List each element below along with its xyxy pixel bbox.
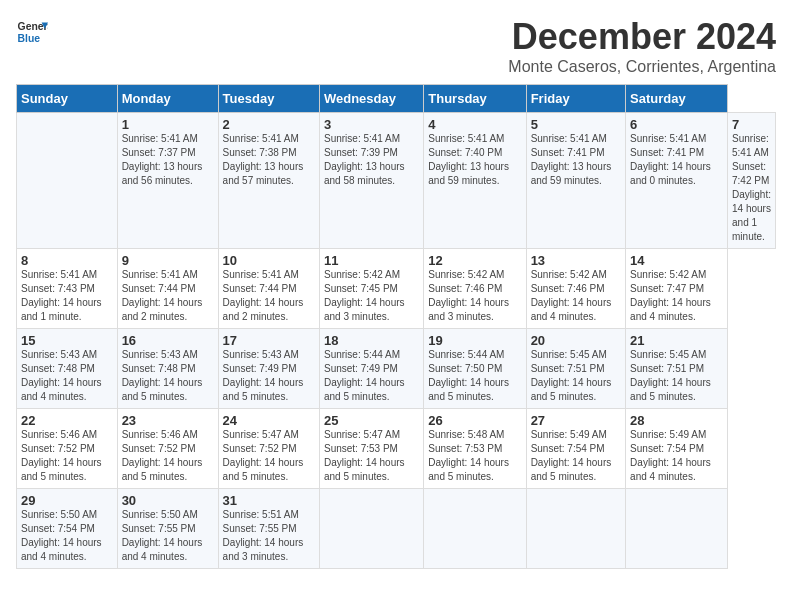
- day-info: Sunrise: 5:49 AM Sunset: 7:54 PM Dayligh…: [531, 428, 621, 484]
- day-info: Sunrise: 5:41 AM Sunset: 7:40 PM Dayligh…: [428, 132, 521, 188]
- day-number: 27: [531, 413, 621, 428]
- day-cell: 27Sunrise: 5:49 AM Sunset: 7:54 PM Dayli…: [526, 409, 625, 489]
- day-cell: 26Sunrise: 5:48 AM Sunset: 7:53 PM Dayli…: [424, 409, 526, 489]
- day-cell: 10Sunrise: 5:41 AM Sunset: 7:44 PM Dayli…: [218, 249, 319, 329]
- day-cell: 11Sunrise: 5:42 AM Sunset: 7:45 PM Dayli…: [319, 249, 423, 329]
- day-cell: [626, 489, 728, 569]
- day-info: Sunrise: 5:42 AM Sunset: 7:47 PM Dayligh…: [630, 268, 723, 324]
- day-cell: 4Sunrise: 5:41 AM Sunset: 7:40 PM Daylig…: [424, 113, 526, 249]
- day-number: 5: [531, 117, 621, 132]
- day-number: 6: [630, 117, 723, 132]
- day-info: Sunrise: 5:49 AM Sunset: 7:54 PM Dayligh…: [630, 428, 723, 484]
- day-number: 26: [428, 413, 521, 428]
- day-info: Sunrise: 5:42 AM Sunset: 7:45 PM Dayligh…: [324, 268, 419, 324]
- day-cell: 9Sunrise: 5:41 AM Sunset: 7:44 PM Daylig…: [117, 249, 218, 329]
- day-cell: 30Sunrise: 5:50 AM Sunset: 7:55 PM Dayli…: [117, 489, 218, 569]
- day-cell: 3Sunrise: 5:41 AM Sunset: 7:39 PM Daylig…: [319, 113, 423, 249]
- location-subtitle: Monte Caseros, Corrientes, Argentina: [508, 58, 776, 76]
- day-info: Sunrise: 5:42 AM Sunset: 7:46 PM Dayligh…: [428, 268, 521, 324]
- day-cell: 22Sunrise: 5:46 AM Sunset: 7:52 PM Dayli…: [17, 409, 118, 489]
- day-number: 16: [122, 333, 214, 348]
- day-number: 14: [630, 253, 723, 268]
- day-info: Sunrise: 5:47 AM Sunset: 7:52 PM Dayligh…: [223, 428, 315, 484]
- day-cell: 29Sunrise: 5:50 AM Sunset: 7:54 PM Dayli…: [17, 489, 118, 569]
- col-header-wednesday: Wednesday: [319, 85, 423, 113]
- day-number: 10: [223, 253, 315, 268]
- day-info: Sunrise: 5:41 AM Sunset: 7:43 PM Dayligh…: [21, 268, 113, 324]
- day-cell: 28Sunrise: 5:49 AM Sunset: 7:54 PM Dayli…: [626, 409, 728, 489]
- day-info: Sunrise: 5:41 AM Sunset: 7:41 PM Dayligh…: [531, 132, 621, 188]
- day-cell: [424, 489, 526, 569]
- day-cell: 23Sunrise: 5:46 AM Sunset: 7:52 PM Dayli…: [117, 409, 218, 489]
- day-cell: 1Sunrise: 5:41 AM Sunset: 7:37 PM Daylig…: [117, 113, 218, 249]
- day-number: 8: [21, 253, 113, 268]
- day-number: 1: [122, 117, 214, 132]
- day-cell: 18Sunrise: 5:44 AM Sunset: 7:49 PM Dayli…: [319, 329, 423, 409]
- day-info: Sunrise: 5:50 AM Sunset: 7:54 PM Dayligh…: [21, 508, 113, 564]
- day-cell: 13Sunrise: 5:42 AM Sunset: 7:46 PM Dayli…: [526, 249, 625, 329]
- day-number: 12: [428, 253, 521, 268]
- day-number: 28: [630, 413, 723, 428]
- day-cell: 2Sunrise: 5:41 AM Sunset: 7:38 PM Daylig…: [218, 113, 319, 249]
- column-headers: SundayMondayTuesdayWednesdayThursdayFrid…: [17, 85, 776, 113]
- day-number: 21: [630, 333, 723, 348]
- day-number: 15: [21, 333, 113, 348]
- day-info: Sunrise: 5:50 AM Sunset: 7:55 PM Dayligh…: [122, 508, 214, 564]
- col-header-saturday: Saturday: [626, 85, 728, 113]
- day-cell: 15Sunrise: 5:43 AM Sunset: 7:48 PM Dayli…: [17, 329, 118, 409]
- day-number: 22: [21, 413, 113, 428]
- logo: General Blue: [16, 16, 48, 48]
- day-cell: 17Sunrise: 5:43 AM Sunset: 7:49 PM Dayli…: [218, 329, 319, 409]
- title-area: December 2024 Monte Caseros, Corrientes,…: [508, 16, 776, 76]
- day-info: Sunrise: 5:46 AM Sunset: 7:52 PM Dayligh…: [122, 428, 214, 484]
- col-header-thursday: Thursday: [424, 85, 526, 113]
- day-info: Sunrise: 5:41 AM Sunset: 7:44 PM Dayligh…: [122, 268, 214, 324]
- day-info: Sunrise: 5:43 AM Sunset: 7:49 PM Dayligh…: [223, 348, 315, 404]
- calendar-table: SundayMondayTuesdayWednesdayThursdayFrid…: [16, 84, 776, 569]
- day-info: Sunrise: 5:47 AM Sunset: 7:53 PM Dayligh…: [324, 428, 419, 484]
- day-number: 7: [732, 117, 771, 132]
- day-cell: 25Sunrise: 5:47 AM Sunset: 7:53 PM Dayli…: [319, 409, 423, 489]
- day-info: Sunrise: 5:41 AM Sunset: 7:41 PM Dayligh…: [630, 132, 723, 188]
- day-number: 4: [428, 117, 521, 132]
- day-number: 9: [122, 253, 214, 268]
- day-number: 17: [223, 333, 315, 348]
- day-cell: 6Sunrise: 5:41 AM Sunset: 7:41 PM Daylig…: [626, 113, 728, 249]
- month-title: December 2024: [508, 16, 776, 58]
- day-number: 23: [122, 413, 214, 428]
- day-info: Sunrise: 5:41 AM Sunset: 7:42 PM Dayligh…: [732, 132, 771, 244]
- day-info: Sunrise: 5:44 AM Sunset: 7:49 PM Dayligh…: [324, 348, 419, 404]
- day-info: Sunrise: 5:44 AM Sunset: 7:50 PM Dayligh…: [428, 348, 521, 404]
- week-row-0: 1Sunrise: 5:41 AM Sunset: 7:37 PM Daylig…: [17, 113, 776, 249]
- week-row-1: 8Sunrise: 5:41 AM Sunset: 7:43 PM Daylig…: [17, 249, 776, 329]
- day-cell: 12Sunrise: 5:42 AM Sunset: 7:46 PM Dayli…: [424, 249, 526, 329]
- day-info: Sunrise: 5:42 AM Sunset: 7:46 PM Dayligh…: [531, 268, 621, 324]
- day-info: Sunrise: 5:41 AM Sunset: 7:44 PM Dayligh…: [223, 268, 315, 324]
- day-number: 30: [122, 493, 214, 508]
- day-cell: 31Sunrise: 5:51 AM Sunset: 7:55 PM Dayli…: [218, 489, 319, 569]
- header: General Blue December 2024 Monte Caseros…: [16, 16, 776, 76]
- day-number: 19: [428, 333, 521, 348]
- col-header-monday: Monday: [117, 85, 218, 113]
- logo-icon: General Blue: [16, 16, 48, 48]
- day-cell: 14Sunrise: 5:42 AM Sunset: 7:47 PM Dayli…: [626, 249, 728, 329]
- week-row-2: 15Sunrise: 5:43 AM Sunset: 7:48 PM Dayli…: [17, 329, 776, 409]
- day-number: 29: [21, 493, 113, 508]
- day-number: 31: [223, 493, 315, 508]
- day-number: 3: [324, 117, 419, 132]
- day-info: Sunrise: 5:41 AM Sunset: 7:37 PM Dayligh…: [122, 132, 214, 188]
- day-cell: 21Sunrise: 5:45 AM Sunset: 7:51 PM Dayli…: [626, 329, 728, 409]
- svg-text:Blue: Blue: [18, 33, 41, 44]
- day-number: 11: [324, 253, 419, 268]
- week-row-3: 22Sunrise: 5:46 AM Sunset: 7:52 PM Dayli…: [17, 409, 776, 489]
- col-header-tuesday: Tuesday: [218, 85, 319, 113]
- day-number: 18: [324, 333, 419, 348]
- day-info: Sunrise: 5:48 AM Sunset: 7:53 PM Dayligh…: [428, 428, 521, 484]
- day-info: Sunrise: 5:51 AM Sunset: 7:55 PM Dayligh…: [223, 508, 315, 564]
- day-cell: 24Sunrise: 5:47 AM Sunset: 7:52 PM Dayli…: [218, 409, 319, 489]
- day-info: Sunrise: 5:45 AM Sunset: 7:51 PM Dayligh…: [531, 348, 621, 404]
- col-header-sunday: Sunday: [17, 85, 118, 113]
- day-cell: 7Sunrise: 5:41 AM Sunset: 7:42 PM Daylig…: [728, 113, 776, 249]
- day-number: 20: [531, 333, 621, 348]
- calendar-body: 1Sunrise: 5:41 AM Sunset: 7:37 PM Daylig…: [17, 113, 776, 569]
